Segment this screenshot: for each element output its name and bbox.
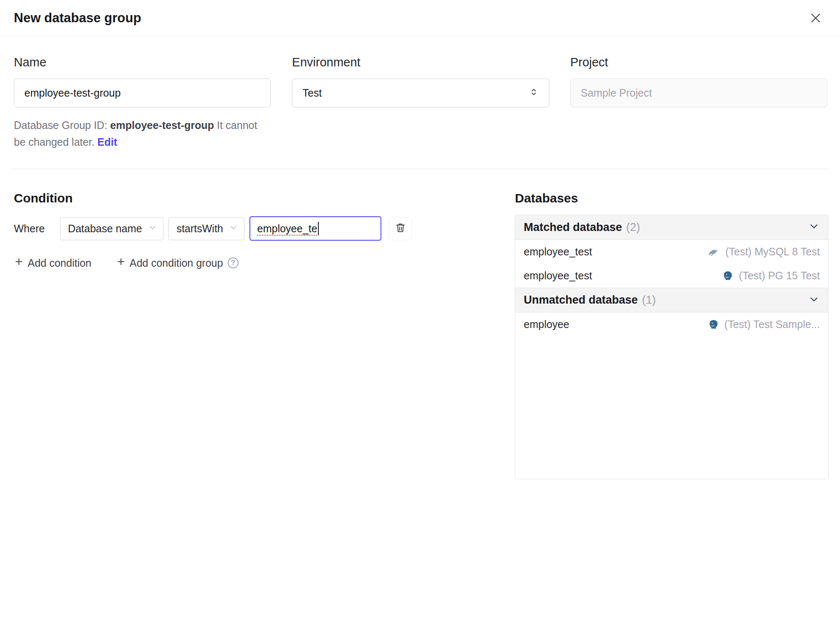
database-instance-label: (Test) PG 15 Test bbox=[739, 270, 820, 282]
unmatched-database-header[interactable]: Unmatched database(1) bbox=[515, 288, 828, 312]
add-condition-group-button[interactable]: Add condition group ? bbox=[116, 257, 239, 269]
page-title: New database group bbox=[14, 10, 141, 26]
chevron-down-icon bbox=[148, 223, 157, 235]
database-instance: (Test) MySQL 8 Test bbox=[708, 246, 820, 258]
add-condition-button[interactable]: Add condition bbox=[14, 257, 92, 269]
plus-icon bbox=[116, 257, 126, 269]
database-instance: (Test) Test Sample... bbox=[708, 318, 820, 331]
matched-database-label: Matched database bbox=[524, 221, 622, 234]
chevron-down-icon bbox=[808, 294, 820, 307]
help-icon[interactable]: ? bbox=[228, 257, 239, 268]
databases-panel: Matched database(2) employee_test (Test)… bbox=[515, 215, 829, 479]
project-field-block: Project bbox=[570, 55, 827, 150]
close-button[interactable] bbox=[807, 10, 824, 26]
matched-database-header[interactable]: Matched database(2) bbox=[515, 215, 828, 240]
database-row: employee_test (Test) MySQL 8 Test bbox=[515, 240, 828, 264]
unmatched-database-count: (1) bbox=[642, 294, 656, 306]
databases-heading: Databases bbox=[515, 191, 829, 205]
dialog-header: New database group bbox=[0, 0, 840, 36]
project-label: Project bbox=[570, 55, 827, 69]
add-condition-label: Add condition bbox=[28, 257, 92, 269]
group-id-helper: Database Group ID: employee-test-group I… bbox=[14, 117, 271, 150]
environment-selected-value: Test bbox=[302, 87, 322, 99]
matched-database-count: (2) bbox=[626, 221, 640, 234]
database-name: employee bbox=[524, 318, 569, 331]
helper-prefix: Database Group ID: bbox=[14, 119, 110, 131]
mysql-icon bbox=[708, 247, 720, 257]
group-form: Name Database Group ID: employee-test-gr… bbox=[0, 36, 840, 150]
name-field-block: Name Database Group ID: employee-test-gr… bbox=[14, 55, 271, 150]
condition-factor-value: Database name bbox=[68, 223, 142, 235]
databases-section: Databases Matched database(2) employee_t… bbox=[515, 169, 829, 479]
condition-operator-select[interactable]: startsWith bbox=[168, 217, 244, 240]
condition-factor-select[interactable]: Database name bbox=[60, 217, 164, 240]
add-condition-group-label: Add condition group bbox=[130, 257, 223, 269]
close-icon bbox=[809, 11, 822, 25]
environment-field-block: Environment Test bbox=[292, 55, 549, 150]
database-row: employee_test (Test) PG 15 Test bbox=[515, 264, 828, 288]
database-row: employee (Test) Test Sample... bbox=[515, 312, 828, 336]
plus-icon bbox=[14, 257, 24, 269]
where-label: Where bbox=[14, 223, 45, 235]
chevron-down-icon bbox=[808, 220, 820, 234]
main-area: Condition Where Database name startsWith… bbox=[0, 169, 840, 479]
condition-value-text: employee_te bbox=[257, 223, 317, 235]
condition-row: Where Database name startsWith employee_… bbox=[14, 216, 490, 241]
condition-operator-value: startsWith bbox=[176, 223, 223, 235]
postgresql-icon bbox=[708, 319, 719, 331]
postgresql-icon bbox=[722, 270, 734, 282]
condition-section: Condition Where Database name startsWith… bbox=[14, 169, 515, 269]
condition-value-input[interactable]: employee_te bbox=[249, 216, 381, 241]
project-input bbox=[570, 79, 827, 108]
database-name: employee_test bbox=[524, 246, 592, 258]
matched-database-title: Matched database(2) bbox=[524, 221, 640, 234]
delete-condition-button[interactable] bbox=[389, 217, 412, 240]
name-label: Name bbox=[14, 55, 271, 69]
edit-link[interactable]: Edit bbox=[97, 136, 117, 148]
environment-label: Environment bbox=[292, 55, 549, 69]
chevron-down-icon bbox=[229, 223, 238, 235]
chevron-up-down-icon bbox=[529, 87, 539, 100]
unmatched-database-title: Unmatched database(1) bbox=[524, 294, 656, 307]
database-instance: (Test) PG 15 Test bbox=[722, 270, 820, 282]
name-input[interactable] bbox=[14, 79, 271, 108]
unmatched-database-label: Unmatched database bbox=[524, 294, 638, 306]
environment-select[interactable]: Test bbox=[292, 79, 549, 108]
database-instance-label: (Test) Test Sample... bbox=[724, 318, 820, 331]
trash-icon bbox=[395, 222, 406, 235]
database-instance-label: (Test) MySQL 8 Test bbox=[725, 246, 820, 258]
database-name: employee_test bbox=[524, 270, 592, 282]
group-id-value: employee-test-group bbox=[110, 119, 214, 131]
condition-heading: Condition bbox=[14, 191, 490, 205]
text-caret bbox=[318, 222, 319, 235]
condition-actions: Add condition Add condition group ? bbox=[14, 257, 490, 269]
